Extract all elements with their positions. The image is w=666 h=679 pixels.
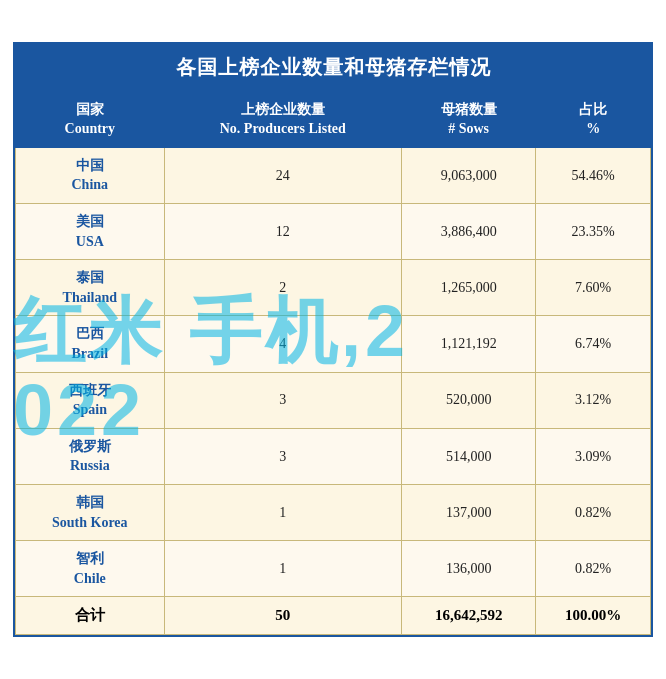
table-row: 俄罗斯 Russia 3 514,000 3.09% <box>16 428 651 484</box>
total-row: 合计 50 16,642,592 100.00% <box>16 597 651 635</box>
table-row: 泰国 Thailand 2 1,265,000 7.60% <box>16 260 651 316</box>
pct-cell: 0.82% <box>536 484 651 540</box>
pct-cell: 54.46% <box>536 147 651 203</box>
table-row: 智利 Chile 1 136,000 0.82% <box>16 541 651 597</box>
table-row: 巴西 Brazil 4 1,121,192 6.74% <box>16 316 651 372</box>
total-producers-cell: 50 <box>164 597 401 635</box>
col-producers-header: 上榜企业数量 No. Producers Listed <box>164 91 401 147</box>
producers-cell: 3 <box>164 428 401 484</box>
pct-cell: 6.74% <box>536 316 651 372</box>
pct-cell: 3.12% <box>536 372 651 428</box>
pct-cell: 7.60% <box>536 260 651 316</box>
col-pct-header: 占比 % <box>536 91 651 147</box>
sows-cell: 520,000 <box>401 372 535 428</box>
country-cell: 智利 Chile <box>16 541 165 597</box>
country-cell: 中国 China <box>16 147 165 203</box>
country-cell: 俄罗斯 Russia <box>16 428 165 484</box>
main-table-wrapper: 各国上榜企业数量和母猪存栏情况 国家 Country 上榜企业数量 No. Pr… <box>13 42 653 638</box>
col-sows-header: 母猪数量 # Sows <box>401 91 535 147</box>
table-row: 西班牙 Spain 3 520,000 3.12% <box>16 372 651 428</box>
country-cell: 巴西 Brazil <box>16 316 165 372</box>
table-row: 美国 USA 12 3,886,400 23.35% <box>16 204 651 260</box>
sows-cell: 1,121,192 <box>401 316 535 372</box>
table-container: 红米 手机,2 022 各国上榜企业数量和母猪存栏情况 国家 Country 上… <box>13 42 653 638</box>
producers-cell: 2 <box>164 260 401 316</box>
country-cell: 韩国 South Korea <box>16 484 165 540</box>
table-row: 中国 China 24 9,063,000 54.46% <box>16 147 651 203</box>
table-body: 中国 China 24 9,063,000 54.46% 美国 USA 12 3… <box>16 147 651 635</box>
sows-cell: 514,000 <box>401 428 535 484</box>
country-cell: 泰国 Thailand <box>16 260 165 316</box>
country-cell: 美国 USA <box>16 204 165 260</box>
producers-cell: 1 <box>164 541 401 597</box>
pct-cell: 0.82% <box>536 541 651 597</box>
total-pct-cell: 100.00% <box>536 597 651 635</box>
header-row: 国家 Country 上榜企业数量 No. Producers Listed 母… <box>16 91 651 147</box>
sows-cell: 137,000 <box>401 484 535 540</box>
sows-cell: 136,000 <box>401 541 535 597</box>
pct-cell: 3.09% <box>536 428 651 484</box>
country-cell: 西班牙 Spain <box>16 372 165 428</box>
producers-cell: 4 <box>164 316 401 372</box>
table-row: 韩国 South Korea 1 137,000 0.82% <box>16 484 651 540</box>
total-sows-cell: 16,642,592 <box>401 597 535 635</box>
producers-cell: 3 <box>164 372 401 428</box>
producers-cell: 1 <box>164 484 401 540</box>
sows-cell: 3,886,400 <box>401 204 535 260</box>
table-title: 各国上榜企业数量和母猪存栏情况 <box>15 44 651 91</box>
pct-cell: 23.35% <box>536 204 651 260</box>
total-label-cell: 合计 <box>16 597 165 635</box>
sows-cell: 9,063,000 <box>401 147 535 203</box>
sows-cell: 1,265,000 <box>401 260 535 316</box>
data-table: 国家 Country 上榜企业数量 No. Producers Listed 母… <box>15 91 651 636</box>
producers-cell: 12 <box>164 204 401 260</box>
col-country-header: 国家 Country <box>16 91 165 147</box>
producers-cell: 24 <box>164 147 401 203</box>
